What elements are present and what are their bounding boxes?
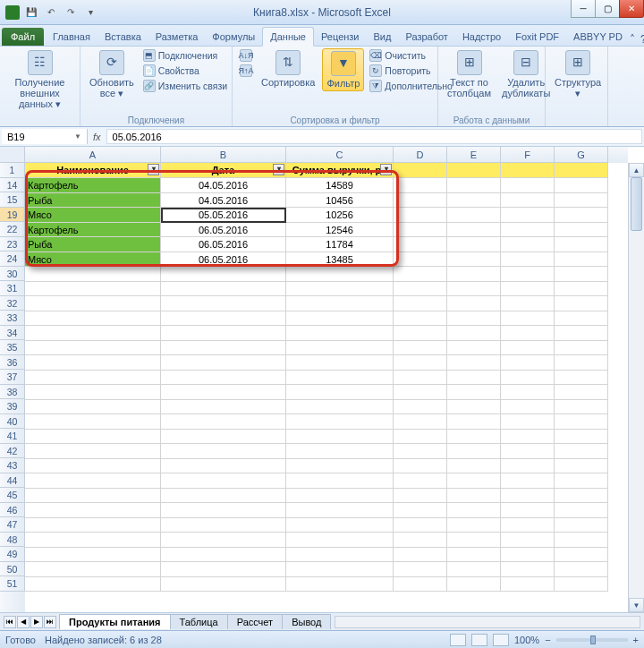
cell[interactable]: [394, 326, 447, 341]
cell[interactable]: [447, 473, 501, 489]
cell[interactable]: 10256: [286, 208, 394, 223]
cell[interactable]: [286, 577, 394, 593]
cell[interactable]: [501, 473, 555, 489]
cell[interactable]: [25, 577, 161, 593]
cell[interactable]: [501, 533, 555, 548]
properties-button[interactable]: 📄Свойства: [141, 64, 229, 78]
row-header[interactable]: 1: [0, 163, 25, 178]
first-sheet-button[interactable]: ⏮: [4, 616, 16, 628]
tab-file[interactable]: Файл: [2, 28, 44, 46]
select-all-corner[interactable]: [0, 147, 25, 163]
cell[interactable]: [25, 341, 161, 356]
cell[interactable]: [161, 577, 286, 593]
next-sheet-button[interactable]: ▶: [30, 616, 43, 628]
cell[interactable]: [286, 296, 394, 311]
cell[interactable]: [25, 533, 161, 548]
cell[interactable]: [501, 562, 555, 577]
formula-input[interactable]: 05.05.2016: [106, 129, 642, 144]
cell[interactable]: [501, 489, 555, 504]
cell[interactable]: [394, 178, 447, 193]
cell[interactable]: [286, 267, 394, 282]
cell[interactable]: 04.05.2016: [161, 193, 286, 209]
tab-главная[interactable]: Главная: [46, 28, 97, 46]
cell[interactable]: [447, 503, 501, 518]
row-header[interactable]: 14: [0, 178, 25, 193]
cell[interactable]: [555, 414, 608, 430]
cell[interactable]: 10456: [286, 193, 394, 209]
scroll-up-button[interactable]: ▲: [629, 163, 644, 177]
cell[interactable]: [161, 326, 286, 341]
page-layout-button[interactable]: [471, 634, 487, 646]
cell[interactable]: [161, 371, 286, 386]
cell[interactable]: [394, 208, 447, 223]
cell[interactable]: [501, 371, 555, 386]
cell[interactable]: [286, 414, 394, 430]
cell[interactable]: [394, 252, 447, 268]
normal-view-button[interactable]: [450, 634, 466, 646]
cell[interactable]: [447, 548, 501, 563]
undo-icon[interactable]: ↶: [43, 4, 59, 21]
row-header[interactable]: 32: [0, 296, 25, 311]
cell[interactable]: [447, 371, 501, 386]
filter-dropdown-icon[interactable]: ▾: [148, 164, 159, 175]
cell[interactable]: [161, 400, 286, 415]
row-header[interactable]: 42: [0, 444, 25, 459]
cell[interactable]: Картофель: [25, 178, 161, 193]
cell[interactable]: [394, 414, 447, 430]
cell[interactable]: [161, 533, 286, 548]
cell[interactable]: Мясо: [25, 208, 161, 223]
row-header[interactable]: 47: [0, 517, 25, 533]
cell[interactable]: [555, 341, 608, 356]
get-external-data-button[interactable]: ☷ Получение внешних данных ▾: [5, 48, 74, 111]
cell[interactable]: [25, 518, 161, 533]
col-header-C[interactable]: C: [286, 147, 394, 163]
scroll-thumb[interactable]: [631, 177, 642, 231]
cell[interactable]: [555, 533, 608, 548]
cell[interactable]: [286, 326, 394, 341]
cell[interactable]: 04.05.2016: [161, 178, 286, 193]
cell[interactable]: [555, 430, 608, 445]
cell[interactable]: [394, 459, 447, 474]
row-header[interactable]: 31: [0, 281, 25, 296]
sort-button[interactable]: ⇅ Сортировка: [258, 48, 318, 90]
cell[interactable]: [394, 577, 447, 593]
cell[interactable]: [394, 548, 447, 563]
cell[interactable]: [286, 400, 394, 415]
cell[interactable]: Картофель: [25, 223, 161, 238]
cell[interactable]: [161, 562, 286, 577]
close-button[interactable]: ✕: [619, 0, 644, 18]
vertical-scrollbar[interactable]: ▲ ▼: [628, 163, 644, 612]
cell[interactable]: [286, 282, 394, 297]
cell[interactable]: [501, 296, 555, 311]
cell[interactable]: [501, 282, 555, 297]
cell[interactable]: [447, 296, 501, 311]
cell[interactable]: [161, 267, 286, 282]
cell[interactable]: 06.05.2016: [161, 237, 286, 252]
cell[interactable]: [555, 163, 608, 178]
cell[interactable]: [555, 282, 608, 297]
row-header[interactable]: 15: [0, 192, 25, 208]
cell[interactable]: [501, 385, 555, 400]
row-header[interactable]: 34: [0, 326, 25, 341]
cell[interactable]: [161, 548, 286, 563]
cell[interactable]: [394, 282, 447, 297]
cell[interactable]: Дата▾: [161, 163, 286, 178]
cell[interactable]: [161, 430, 286, 445]
cell[interactable]: [501, 326, 555, 341]
cell[interactable]: [501, 355, 555, 371]
cell[interactable]: [555, 489, 608, 504]
cell[interactable]: [501, 400, 555, 415]
zoom-in-button[interactable]: +: [633, 635, 639, 645]
row-header[interactable]: 22: [0, 222, 25, 237]
cell[interactable]: [555, 208, 608, 223]
cell[interactable]: [394, 355, 447, 371]
redo-icon[interactable]: ↷: [63, 4, 79, 21]
sheet-tab[interactable]: Рассчет: [227, 614, 284, 629]
cell[interactable]: [447, 282, 501, 297]
cell[interactable]: [447, 533, 501, 548]
cell[interactable]: 06.05.2016: [161, 223, 286, 238]
cell[interactable]: [555, 548, 608, 563]
row-header[interactable]: 39: [0, 399, 25, 414]
cell[interactable]: [447, 400, 501, 415]
col-header-A[interactable]: A: [25, 147, 161, 163]
